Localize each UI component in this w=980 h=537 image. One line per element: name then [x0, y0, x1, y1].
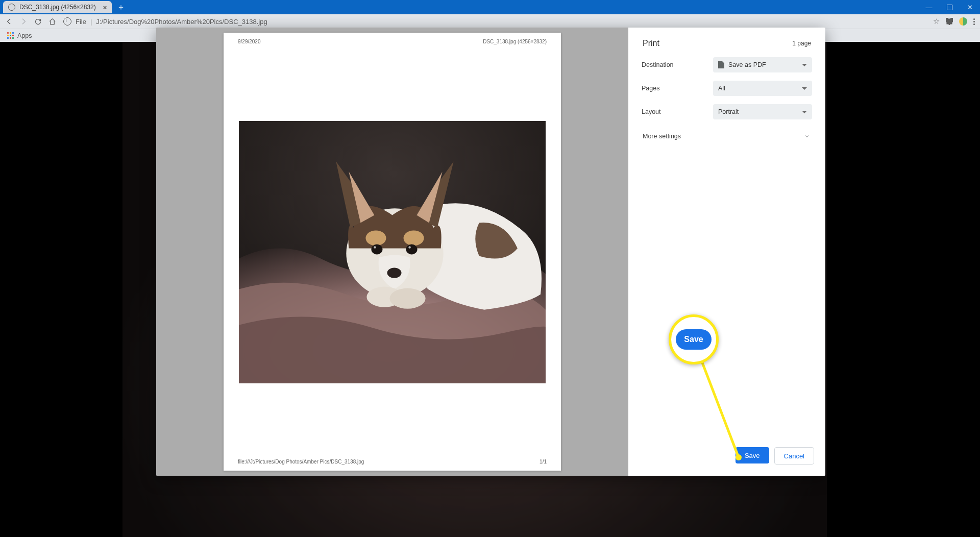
preview-footer-page: 1/1	[540, 459, 547, 465]
destination-select[interactable]: Save as PDF	[713, 57, 812, 72]
apps-label: Apps	[17, 32, 32, 39]
bookmark-star-icon[interactable]: ☆	[933, 17, 940, 26]
window-controls: — ✕	[919, 0, 980, 14]
cancel-button[interactable]: Cancel	[774, 447, 814, 465]
layout-select[interactable]: Portrait	[713, 104, 812, 119]
preview-page: 9/29/2020 DSC_3138.jpg (4256×2832)	[224, 33, 561, 471]
print-dialog: 9/29/2020 DSC_3138.jpg (4256×2832)	[156, 28, 825, 476]
more-settings-label: More settings	[643, 133, 681, 140]
svg-point-6	[374, 246, 376, 248]
svg-point-7	[408, 246, 410, 248]
svg-point-10	[389, 288, 425, 309]
tab-title: DSC_3138.jpg (4256×2832)	[19, 4, 96, 11]
svg-point-5	[406, 244, 418, 254]
profile-avatar[interactable]	[959, 17, 967, 26]
destination-label: Destination	[642, 61, 713, 68]
close-tab-icon[interactable]: ×	[103, 4, 107, 11]
preview-footer-path: file:///J:/Pictures/Dog Photos/Amber Pic…	[238, 459, 364, 465]
pages-label: Pages	[642, 85, 713, 92]
browser-tab[interactable]: DSC_3138.jpg (4256×2832) ×	[3, 1, 112, 13]
layout-label: Layout	[642, 108, 713, 115]
site-info-icon[interactable]	[63, 17, 71, 26]
apps-shortcut[interactable]: Apps	[7, 32, 32, 39]
home-button[interactable]	[47, 16, 57, 27]
globe-icon	[8, 4, 15, 11]
print-preview: 9/29/2020 DSC_3138.jpg (4256×2832)	[156, 28, 628, 476]
annotation-save-pill: Save	[676, 329, 711, 350]
close-window-button[interactable]: ✕	[960, 0, 980, 14]
chrome-menu-button[interactable]	[973, 18, 975, 25]
browser-toolbar: File | J:/Pictures/Dog%20Photos/Amber%20…	[0, 14, 980, 29]
url-scheme: File	[76, 18, 86, 26]
browser-tab-bar: DSC_3138.jpg (4256×2832) × ＋ — ✕	[0, 0, 980, 14]
svg-point-4	[371, 244, 382, 254]
annotation-callout: Save	[669, 314, 719, 364]
svg-point-2	[365, 230, 386, 246]
save-button[interactable]: Save	[736, 447, 769, 463]
preview-date: 9/29/2020	[238, 39, 261, 44]
page-count: 1 page	[792, 40, 811, 47]
layout-value: Portrait	[718, 108, 739, 115]
svg-point-8	[387, 268, 401, 278]
address-bar[interactable]: File | J:/Pictures/Dog%20Photos/Amber%20…	[63, 17, 933, 26]
print-settings-panel: Print 1 page Destination Save as PDF Pag…	[628, 28, 825, 476]
preview-image	[239, 121, 546, 383]
preview-title: DSC_3138.jpg (4256×2832)	[483, 39, 547, 44]
back-button[interactable]	[4, 16, 14, 27]
pdf-icon	[718, 61, 724, 68]
chevron-down-icon	[802, 64, 807, 66]
url-path: J:/Pictures/Dog%20Photos/Amber%20Pics/DS…	[96, 18, 267, 26]
reload-button[interactable]	[33, 16, 43, 27]
chevron-down-icon	[802, 111, 807, 113]
extensions-icon[interactable]	[946, 18, 953, 25]
pages-select[interactable]: All	[713, 81, 812, 96]
chevron-down-icon	[804, 133, 810, 139]
print-title: Print	[643, 39, 659, 48]
minimize-button[interactable]: —	[919, 0, 939, 14]
new-tab-button[interactable]: ＋	[115, 1, 127, 13]
url-separator: |	[90, 18, 92, 26]
maximize-button[interactable]	[939, 0, 960, 14]
svg-point-3	[404, 230, 424, 246]
more-settings-toggle[interactable]: More settings	[628, 124, 825, 140]
destination-value: Save as PDF	[728, 61, 766, 68]
pages-value: All	[718, 85, 725, 92]
forward-button[interactable]	[18, 16, 29, 27]
chevron-down-icon	[802, 87, 807, 90]
apps-grid-icon	[7, 32, 14, 39]
